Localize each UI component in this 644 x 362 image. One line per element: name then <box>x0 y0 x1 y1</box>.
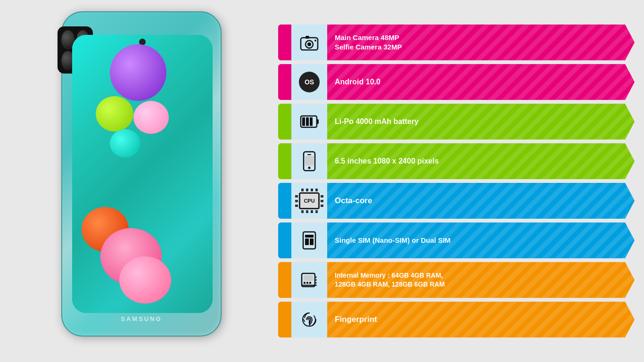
svg-point-4 <box>314 40 316 41</box>
spec-display: 6.5 inches 1080 x 2400 pixels <box>278 143 635 179</box>
phone-body: SAMSUNG <box>61 11 222 337</box>
svg-rect-15 <box>305 239 309 245</box>
svg-rect-27 <box>302 285 317 286</box>
os-bar: Android 10.0 <box>327 64 635 100</box>
spec-fingerprint: Fingerprint <box>278 302 635 337</box>
display-text: 6.5 inches 1080 x 2400 pixels <box>327 143 635 179</box>
svg-rect-6 <box>317 119 319 124</box>
main-container: SAMSUNG Main Camera 48MPSelfie Camera 32… <box>0 0 644 362</box>
battery-color-tab <box>278 104 291 140</box>
ball-teal <box>110 129 140 157</box>
svg-rect-3 <box>305 36 309 39</box>
memory-bar: Internal Memory : 64GB 4GB RAM,128GB 4GB… <box>327 262 635 298</box>
svg-rect-12 <box>307 154 311 155</box>
svg-point-2 <box>307 42 311 46</box>
spec-camera: Main Camera 48MPSelfie Camera 32MP <box>278 25 635 60</box>
sim-icon <box>301 230 318 251</box>
phone-section: SAMSUNG <box>9 5 273 357</box>
svg-rect-13 <box>305 156 314 165</box>
display-bar: 6.5 inches 1080 x 2400 pixels <box>327 143 635 179</box>
battery-icon <box>299 111 320 132</box>
ball-pink-small <box>133 101 169 134</box>
fingerprint-color-tab <box>278 302 291 337</box>
os-icon: OS <box>299 72 320 92</box>
display-icon <box>301 151 318 172</box>
phone-image: SAMSUNG <box>28 11 255 351</box>
svg-rect-21 <box>304 282 305 284</box>
cpu-bar: Octa-core <box>327 183 635 219</box>
camera-text: Main Camera 48MPSelfie Camera 32MP <box>327 25 635 60</box>
battery-icon-box <box>291 104 327 140</box>
ball-yellow-green <box>96 96 133 132</box>
cpu-text: Octa-core <box>327 183 635 219</box>
memory-text: Internal Memory : 64GB 4GB RAM,128GB 4GB… <box>327 262 635 298</box>
battery-bar: Li-Po 4000 mAh battery <box>327 104 635 140</box>
svg-rect-7 <box>302 117 305 126</box>
display-icon-box <box>291 143 327 179</box>
os-text: Android 10.0 <box>327 64 635 100</box>
memory-icon-box <box>291 262 327 298</box>
svg-rect-23 <box>309 282 311 284</box>
sim-bar: Single SIM (Nano-SIM) or Dual SIM <box>327 222 635 258</box>
sim-icon-box <box>291 222 327 258</box>
svg-rect-14 <box>303 232 315 249</box>
os-color-tab <box>278 64 291 100</box>
ball-purple <box>110 44 166 101</box>
camera-icon <box>299 32 320 53</box>
cpu-icon-box: CPU <box>291 183 327 219</box>
camera-icon-box <box>291 25 327 60</box>
display-color-tab <box>278 143 291 179</box>
svg-rect-8 <box>306 117 309 126</box>
sim-text: Single SIM (Nano-SIM) or Dual SIM <box>327 222 635 258</box>
cpu-color-tab <box>278 183 291 219</box>
memory-icon <box>299 270 320 290</box>
screen-content <box>72 35 213 313</box>
svg-rect-22 <box>306 282 308 284</box>
spec-memory: Internal Memory : 64GB 4GB RAM,128GB 4GB… <box>278 262 635 298</box>
camera-bar: Main Camera 48MPSelfie Camera 32MP <box>327 25 635 60</box>
spec-sim: Single SIM (Nano-SIM) or Dual SIM <box>278 222 635 258</box>
sim-color-tab <box>278 222 291 258</box>
svg-rect-20 <box>304 275 313 281</box>
svg-rect-9 <box>310 117 313 126</box>
spec-os: OS Android 10.0 <box>278 64 635 100</box>
spec-cpu: CPU <box>278 183 635 219</box>
memory-color-tab <box>278 262 291 298</box>
svg-rect-16 <box>310 239 314 245</box>
svg-point-11 <box>308 167 311 169</box>
fingerprint-bar: Fingerprint <box>327 302 635 337</box>
spec-battery: Li-Po 4000 mAh battery <box>278 104 635 140</box>
fingerprint-text: Fingerprint <box>327 302 635 337</box>
ball-pink-bottom <box>119 256 171 304</box>
samsung-logo: SAMSUNG <box>121 315 162 322</box>
cpu-icon: CPU <box>295 189 323 213</box>
camera-color-tab <box>278 25 291 60</box>
battery-text: Li-Po 4000 mAh battery <box>327 104 635 140</box>
fingerprint-icon <box>299 309 320 330</box>
phone-screen <box>72 35 213 313</box>
svg-rect-17 <box>305 235 314 238</box>
specs-section: Main Camera 48MPSelfie Camera 32MP OS An… <box>273 25 635 337</box>
fingerprint-icon-box <box>291 302 327 337</box>
os-icon-box: OS <box>291 64 327 100</box>
